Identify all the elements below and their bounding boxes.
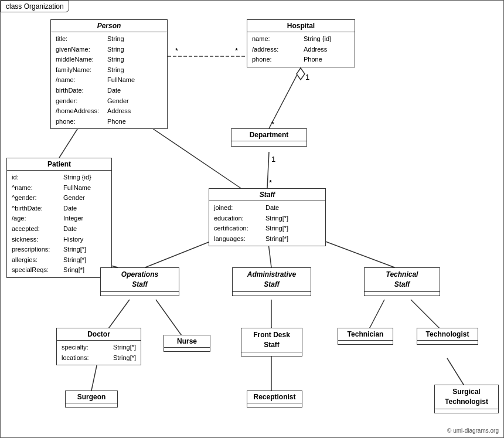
class-technician-title: Technician <box>338 328 393 341</box>
class-surgical-technologist: SurgicalTechnologist <box>434 385 499 413</box>
svg-line-29 <box>370 300 384 328</box>
class-hospital-body: name:String {id} /address:Address phone:… <box>247 32 355 67</box>
diagram-container: class Organization * * 1 * 1 * * * <box>0 0 504 438</box>
svg-line-12 <box>141 121 241 188</box>
class-department: Department <box>231 128 307 147</box>
class-doctor: Doctor specialty:String[*] locations:Str… <box>56 328 141 365</box>
class-technical-staff: TechnicalStaff <box>364 267 440 296</box>
class-operations-staff-title: OperationsStaff <box>101 268 179 292</box>
svg-line-3 <box>269 68 301 128</box>
class-department-body <box>231 141 307 146</box>
class-person-body: title:String givenName:String middleName… <box>51 32 167 128</box>
diagram-label: class Organization <box>1 1 69 12</box>
class-staff: Staff joined:Date education:String[*] ce… <box>209 188 326 246</box>
class-department-title: Department <box>231 129 307 141</box>
class-person-title: Person <box>51 20 167 32</box>
svg-line-31 <box>411 300 439 328</box>
svg-line-33 <box>91 363 97 391</box>
class-technologist-title: Technologist <box>417 328 478 341</box>
class-technologist: Technologist <box>417 328 478 345</box>
class-patient: Patient id:String {id} ^name:FullName ^g… <box>6 158 112 278</box>
svg-line-23 <box>109 300 130 328</box>
svg-text:*: * <box>271 120 274 128</box>
copyright: © uml-diagrams.org <box>447 427 499 434</box>
class-operations-staff: OperationsStaff <box>100 267 179 296</box>
class-receptionist-title: Receptionist <box>247 391 302 403</box>
class-nurse: Nurse <box>164 335 210 352</box>
class-technical-staff-title: TechnicalStaff <box>365 268 440 292</box>
class-surgical-technologist-title: SurgicalTechnologist <box>435 385 498 409</box>
svg-line-37 <box>447 358 464 385</box>
class-technician: Technician <box>338 328 393 345</box>
class-surgeon-title: Surgeon <box>66 391 117 403</box>
svg-text:1: 1 <box>271 155 275 164</box>
svg-line-7 <box>267 152 269 188</box>
class-admin-staff: AdministrativeStaff <box>232 267 311 296</box>
svg-text:*: * <box>269 178 272 187</box>
class-person: Person title:String givenName:String mid… <box>50 19 168 129</box>
svg-text:*: * <box>235 46 238 55</box>
class-front-desk: Front DeskStaff <box>241 328 302 356</box>
class-surgeon: Surgeon <box>65 391 118 408</box>
class-front-desk-title: Front DeskStaff <box>241 328 302 352</box>
class-hospital: Hospital name:String {id} /address:Addre… <box>247 19 355 67</box>
class-patient-body: id:String {id} ^name:FullName ^gender:Ge… <box>7 171 111 277</box>
class-patient-title: Patient <box>7 158 111 171</box>
class-staff-body: joined:Date education:String[*] certific… <box>209 201 325 246</box>
class-staff-title: Staff <box>209 189 325 201</box>
class-receptionist: Receptionist <box>247 391 302 408</box>
svg-text:1: 1 <box>305 73 309 82</box>
class-doctor-title: Doctor <box>57 328 141 341</box>
class-doctor-body: specialty:String[*] locations:String[*] <box>57 341 141 365</box>
class-hospital-title: Hospital <box>247 20 355 32</box>
class-admin-staff-title: AdministrativeStaff <box>233 268 311 292</box>
svg-marker-4 <box>297 68 305 80</box>
class-nurse-title: Nurse <box>164 335 210 348</box>
svg-line-25 <box>156 300 181 335</box>
svg-text:*: * <box>175 46 178 55</box>
